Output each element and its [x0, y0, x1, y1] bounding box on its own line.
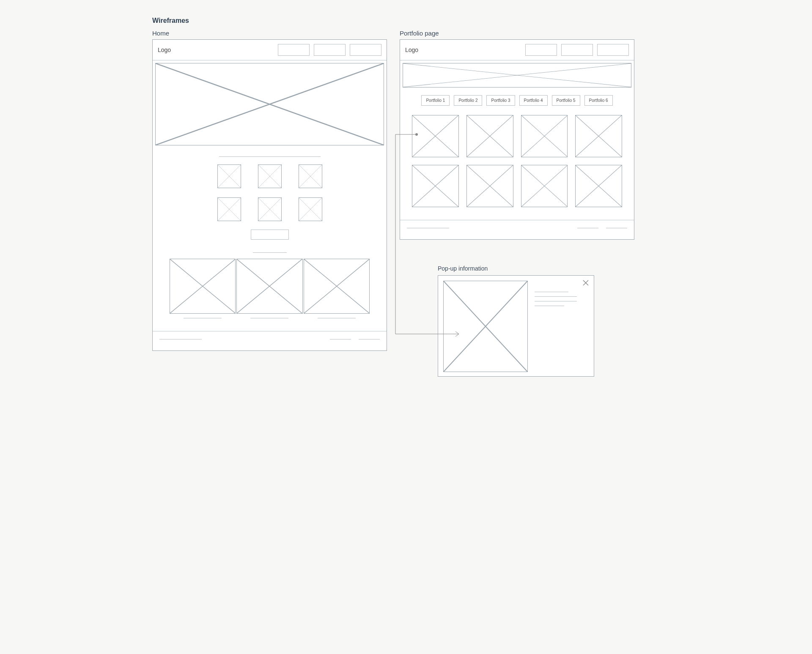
- home-header: Logo: [153, 40, 387, 60]
- popup-info: [535, 281, 589, 371]
- info-line: [535, 301, 577, 301]
- grid-item[interactable]: [217, 197, 241, 221]
- nav-item[interactable]: [350, 44, 381, 56]
- portfolio-grid: [400, 111, 634, 220]
- popup-image-placeholder: [443, 281, 528, 372]
- hero-placeholder: [155, 63, 384, 145]
- portfolio-tab[interactable]: Portfolio 3: [486, 95, 515, 106]
- nav-item[interactable]: [525, 44, 557, 56]
- grid-item[interactable]: [258, 197, 282, 221]
- cards-row: [153, 259, 387, 314]
- caption-line: [318, 318, 356, 318]
- portfolio-item[interactable]: [412, 165, 459, 207]
- close-icon[interactable]: [583, 280, 589, 286]
- caption-line: [184, 318, 222, 318]
- card[interactable]: [170, 259, 236, 314]
- portfolio-item[interactable]: [521, 115, 568, 157]
- nav-item[interactable]: [278, 44, 310, 56]
- card[interactable]: [236, 259, 302, 314]
- portfolio-tab[interactable]: Portfolio 1: [421, 95, 450, 106]
- grid-item[interactable]: [258, 164, 282, 188]
- portfolio-label: Portfolio page: [400, 30, 634, 37]
- footer-text-line: [407, 228, 449, 228]
- portfolio-header: Logo: [400, 40, 634, 60]
- portfolio-wireframe: Logo Portfolio 1 Portfolio 2 Portfolio 3…: [400, 39, 634, 240]
- hero-small-placeholder: [403, 63, 631, 88]
- footer-text-line: [159, 339, 202, 339]
- portfolio-tab[interactable]: Portfolio 4: [519, 95, 548, 106]
- caption-line: [250, 318, 288, 318]
- home-label: Home: [152, 30, 387, 37]
- home-logo: Logo: [158, 47, 171, 53]
- card-captions: [153, 318, 387, 331]
- home-wireframe: Logo: [152, 39, 387, 351]
- heading-line: [219, 156, 321, 157]
- portfolio-logo: Logo: [405, 47, 418, 53]
- footer-link-line: [577, 228, 598, 228]
- portfolio-tabs: Portfolio 1 Portfolio 2 Portfolio 3 Port…: [400, 90, 634, 111]
- icon-grid: [153, 164, 387, 221]
- portfolio-item[interactable]: [466, 165, 513, 207]
- home-footer: [153, 331, 387, 350]
- grid-item[interactable]: [299, 164, 322, 188]
- nav-item[interactable]: [561, 44, 593, 56]
- footer-link-line: [606, 228, 627, 228]
- nav-item[interactable]: [314, 44, 346, 56]
- portfolio-tab[interactable]: Portfolio 5: [552, 95, 580, 106]
- popup-wireframe: [438, 275, 594, 377]
- portfolio-item[interactable]: [412, 115, 459, 157]
- card[interactable]: [304, 259, 370, 314]
- info-line: [535, 292, 568, 292]
- portfolio-nav: [525, 44, 629, 56]
- info-line: [535, 306, 564, 306]
- section-title: Wireframes: [152, 17, 660, 25]
- portfolio-tab[interactable]: Portfolio 6: [584, 95, 613, 106]
- portfolio-item[interactable]: [521, 165, 568, 207]
- subheading-line: [253, 252, 287, 253]
- nav-item[interactable]: [597, 44, 629, 56]
- footer-link-line: [359, 339, 380, 339]
- grid-item[interactable]: [299, 197, 322, 221]
- footer-link-line: [330, 339, 351, 339]
- portfolio-item[interactable]: [575, 115, 622, 157]
- portfolio-item[interactable]: [575, 165, 622, 207]
- cta-button[interactable]: [251, 230, 289, 240]
- portfolio-footer: [400, 220, 634, 239]
- popup-label: Pop-up information: [438, 265, 634, 272]
- portfolio-tab[interactable]: Portfolio 2: [454, 95, 482, 106]
- portfolio-item[interactable]: [466, 115, 513, 157]
- grid-item[interactable]: [217, 164, 241, 188]
- home-nav: [278, 44, 381, 56]
- info-line: [535, 296, 577, 297]
